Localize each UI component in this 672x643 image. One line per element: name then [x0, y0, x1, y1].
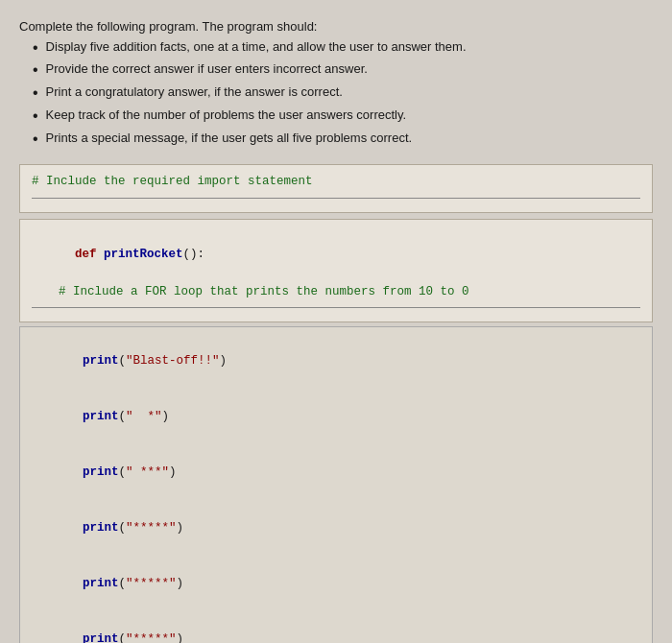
bullet-item-2: • Provide the correct answer if user ent… — [33, 60, 653, 81]
bullet-text-2: Provide the correct answer if user enter… — [46, 60, 368, 78]
print-line-5: print("*****") — [39, 612, 640, 643]
for-loop-comment: # Include a FOR loop that prints the num… — [32, 283, 640, 301]
print-line-2: print(" ***") — [39, 445, 640, 501]
print-line-1: print(" *") — [39, 389, 640, 444]
print-line-0: print("Blast-off!!") — [39, 333, 640, 389]
bullet-item-3: • Print a congratulatory answer, if the … — [33, 83, 653, 104]
bullet-item-5: • Prints a special message, if the user … — [33, 130, 653, 150]
print-rocket-section: def printRocket(): # Include a FOR loop … — [19, 219, 653, 323]
bullet-text-1: Display five addition facts, one at a ti… — [46, 38, 467, 56]
bullet-item-1: • Display five addition facts, one at a … — [33, 38, 653, 59]
import-comment: # Include the required import statement — [32, 173, 640, 191]
separator-2 — [32, 307, 640, 308]
bullet-dot-2: • — [33, 60, 38, 81]
bullet-list: • Display five addition facts, one at a … — [33, 38, 653, 150]
func-parens: (): — [183, 248, 205, 261]
import-section: # Include the required import statement — [19, 164, 653, 212]
print-statements-section: print("Blast-off!!") print(" *") print("… — [19, 326, 653, 643]
print-line-4: print("*****") — [39, 557, 640, 612]
instructions-title: Complete the following program. The prog… — [19, 17, 653, 36]
func-name-printrocket: printRocket — [104, 248, 183, 261]
bullet-dot-1: • — [33, 38, 38, 59]
bullet-dot-3: • — [33, 83, 38, 104]
instructions-section: Complete the following program. The prog… — [19, 17, 653, 149]
print-line-3: print("*****") — [39, 501, 640, 557]
bullet-dot-4: • — [33, 107, 38, 127]
bullet-text-5: Prints a special message, if the user ge… — [46, 130, 413, 147]
bullet-text-3: Print a congratulatory answer, if the an… — [46, 83, 343, 101]
page-container: Complete the following program. The prog… — [19, 17, 653, 643]
separator-1 — [32, 198, 640, 199]
bullet-item-4: • Keep track of the number of problems t… — [33, 107, 653, 127]
bullet-dot-5: • — [33, 130, 38, 150]
bullet-text-4: Keep track of the number of problems the… — [46, 107, 406, 124]
def-printrocket-line: def printRocket(): — [32, 227, 640, 283]
def-keyword: def — [75, 248, 104, 261]
